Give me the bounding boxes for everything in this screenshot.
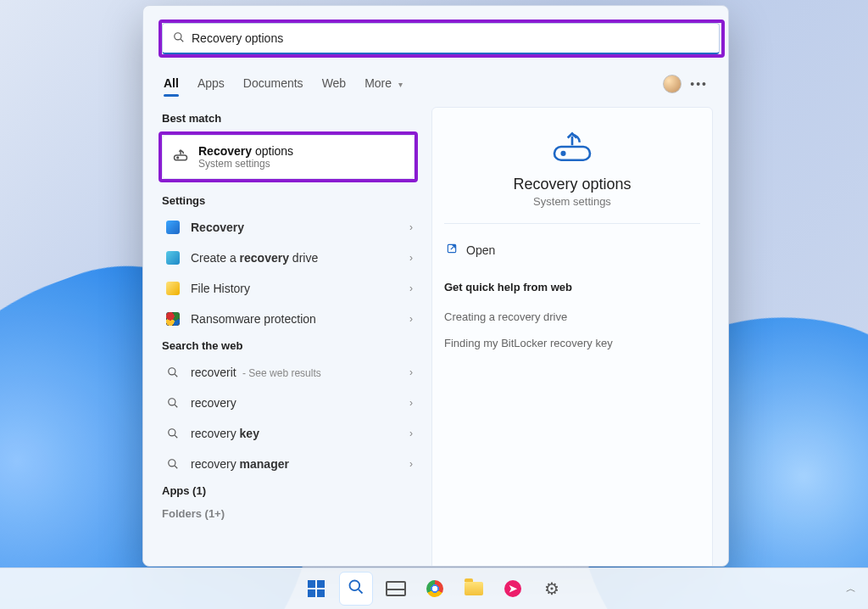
magnifier-icon — [348, 578, 364, 600]
settings-result-row[interactable]: Ransomware protection› — [159, 304, 418, 334]
settings-result-row[interactable]: Recovery› — [159, 212, 418, 243]
svg-point-8 — [169, 429, 175, 436]
best-match-result[interactable]: Recovery options System settings — [162, 135, 415, 179]
result-label: recovery — [191, 396, 409, 410]
chevron-up-icon: ︿ — [846, 582, 856, 596]
svg-point-13 — [562, 152, 565, 155]
user-avatar[interactable] — [663, 75, 682, 93]
pink-app-icon: ➤ — [504, 580, 521, 597]
folder-icon — [465, 582, 483, 595]
chevron-right-icon: › — [409, 397, 413, 409]
tab-web[interactable]: Web — [322, 73, 347, 95]
chevron-right-icon: › — [409, 252, 413, 264]
highlight-best-match: Recovery options System settings — [159, 131, 418, 182]
chrome-icon — [426, 580, 443, 597]
best-match-subtitle: System settings — [198, 158, 293, 170]
result-label: Ransomware protection — [191, 312, 409, 326]
chevron-right-icon: › — [409, 221, 413, 233]
svg-point-0 — [175, 32, 181, 39]
taskbar: ➤ ⚙ ︿ — [0, 567, 868, 609]
result-label: recovery manager — [191, 457, 409, 471]
start-button[interactable] — [300, 573, 332, 605]
recovery-options-icon — [171, 148, 190, 167]
svg-point-10 — [169, 460, 175, 467]
open-external-icon — [446, 243, 458, 257]
heading-best-match: Best match — [159, 107, 418, 130]
chevron-right-icon: › — [409, 313, 413, 325]
highlight-search-box — [159, 20, 725, 58]
preview-web-link[interactable]: Creating a recovery drive — [444, 304, 700, 330]
pinned-app-button[interactable]: ➤ — [497, 573, 529, 605]
tab-all[interactable]: All — [164, 73, 179, 95]
web-result-row[interactable]: recovery manager› — [159, 449, 418, 479]
open-label: Open — [466, 243, 495, 257]
overflow-menu[interactable]: ••• — [690, 77, 708, 91]
svg-line-5 — [175, 374, 177, 377]
svg-line-1 — [181, 39, 183, 42]
heading-apps-group[interactable]: Apps (1) — [159, 479, 418, 502]
result-label: Create a recovery drive — [191, 251, 409, 265]
svg-point-6 — [169, 399, 175, 405]
preview-title: Recovery options — [444, 176, 700, 193]
search-icon — [164, 426, 182, 441]
result-preview-panel: Recovery options System settings Open Ge… — [431, 107, 713, 567]
system-tray[interactable]: ︿ — [846, 568, 856, 609]
result-icon — [164, 311, 182, 327]
preview-web-heading: Get quick help from web — [444, 281, 700, 293]
preview-web-link[interactable]: Finding my BitLocker recovery key — [444, 330, 700, 356]
search-icon — [164, 395, 182, 411]
search-icon — [164, 365, 182, 380]
chevron-right-icon: › — [409, 282, 413, 294]
svg-rect-2 — [175, 155, 187, 160]
result-label: File History — [191, 282, 409, 295]
svg-line-7 — [175, 405, 177, 407]
search-window: All Apps Documents Web More ▾ ••• Best m… — [142, 5, 729, 567]
task-view-icon — [386, 581, 406, 596]
tab-apps[interactable]: Apps — [198, 73, 225, 95]
chevron-down-icon: ▾ — [398, 80, 403, 89]
chrome-button[interactable] — [419, 573, 451, 605]
search-icon — [168, 31, 190, 46]
search-bar[interactable] — [162, 23, 720, 54]
svg-point-4 — [169, 368, 175, 375]
result-label: recoverit - See web results — [191, 366, 409, 379]
result-icon — [164, 281, 182, 296]
best-match-title: Recovery options — [198, 144, 293, 158]
svg-rect-12 — [554, 147, 590, 160]
heading-folders-group[interactable]: Folders (1+) — [159, 502, 418, 525]
chevron-right-icon: › — [409, 366, 413, 378]
settings-button[interactable]: ⚙ — [536, 573, 568, 605]
web-result-row[interactable]: recovery key› — [159, 418, 418, 449]
svg-line-9 — [175, 435, 177, 438]
chevron-right-icon: › — [409, 458, 413, 470]
result-hint: - See web results — [240, 367, 321, 379]
divider — [444, 223, 700, 224]
task-view-button[interactable] — [380, 573, 412, 605]
svg-line-16 — [359, 589, 363, 593]
file-explorer-button[interactable] — [458, 573, 490, 605]
svg-point-15 — [350, 580, 360, 590]
svg-point-3 — [177, 157, 179, 159]
heading-settings: Settings — [159, 189, 418, 212]
svg-line-11 — [175, 466, 177, 468]
open-action[interactable]: Open — [444, 239, 700, 260]
settings-result-row[interactable]: File History› — [159, 273, 418, 304]
search-input[interactable] — [190, 31, 714, 46]
gear-icon: ⚙ — [544, 578, 559, 599]
search-icon — [164, 456, 182, 472]
preview-subtitle: System settings — [444, 195, 700, 208]
result-label: Recovery — [191, 221, 409, 234]
recovery-options-large-icon — [548, 128, 596, 165]
result-label: recovery key — [191, 427, 409, 440]
web-result-row[interactable]: recoverit - See web results› — [159, 357, 418, 388]
result-icon — [164, 220, 182, 235]
tab-documents[interactable]: Documents — [243, 73, 303, 95]
settings-result-row[interactable]: Create a recovery drive› — [159, 243, 418, 273]
web-result-row[interactable]: recovery› — [159, 388, 418, 418]
heading-search-web: Search the web — [159, 334, 418, 357]
result-icon — [164, 250, 182, 265]
windows-logo-icon — [308, 580, 325, 597]
taskbar-search-button[interactable] — [339, 572, 373, 606]
tab-more[interactable]: More ▾ — [364, 73, 403, 95]
chevron-right-icon: › — [409, 427, 413, 439]
